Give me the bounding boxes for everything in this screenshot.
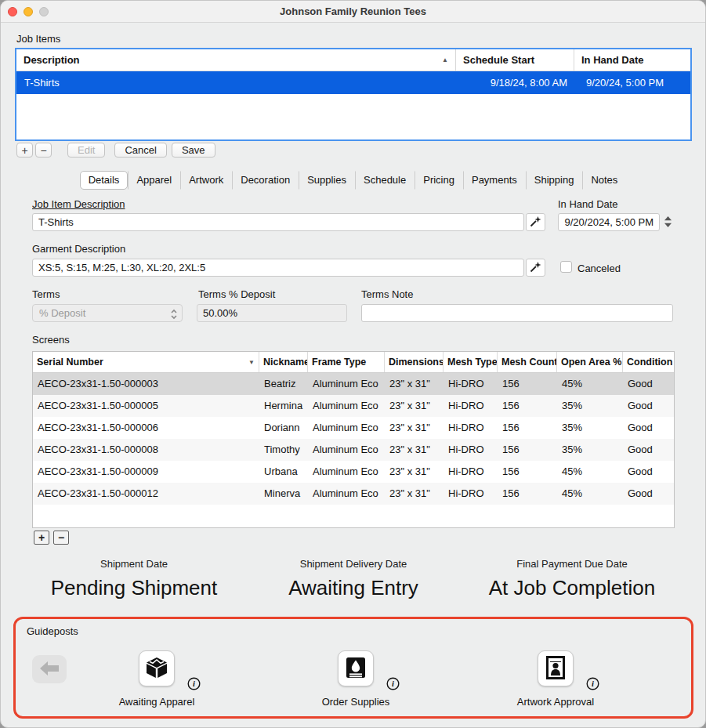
table-row[interactable]: AECO-23x31-1.50-000003 Beatriz Aluminum … [33,373,674,395]
canceled-label: Canceled [577,263,621,274]
table-cell: Aluminum Eco [308,395,385,417]
info-icon[interactable]: i [187,677,201,690]
tab-supplies[interactable]: Supplies [299,171,355,190]
table-cell: 45% [557,483,623,505]
remove-job-item-button[interactable]: − [35,143,52,158]
back-button[interactable] [32,655,67,683]
in-hand-date-label: In Hand Date [558,198,618,210]
app-window: Johnson Family Reunion Tees Job Items De… [0,0,706,728]
table-cell: Hi-DRO [444,461,498,483]
table-row[interactable]: AECO-23x31-1.50-000005 Hermina Aluminum … [33,395,674,417]
shipment-date-label: Shipment Date [32,558,236,570]
column-header-frame-type[interactable]: Frame Type [308,352,385,372]
screens-table: Serial Number ▼ Nickname Frame Type Dime… [32,351,675,528]
magic-wand-button[interactable] [526,259,545,277]
final-payment-due-date-label: Final Payment Due Date [470,558,674,570]
column-header-dimensions[interactable]: Dimensions [385,352,444,372]
table-row[interactable]: AECO-23x31-1.50-000006 Doriann Aluminum … [33,417,674,439]
table-cell: Hermina [259,395,308,417]
minimize-window-button[interactable] [24,7,33,16]
table-cell: Hi-DRO [444,439,498,461]
guidepost-order-supplies: i Order Supplies [293,650,418,708]
column-header-description[interactable]: Description ▲ [16,49,455,71]
guidepost-artwork-approval: i Artwork Approval [493,650,618,708]
cell-in-hand-date: 9/20/24, 5:00 PM [574,71,690,94]
tab-details[interactable]: Details [80,171,129,190]
order-supplies-button[interactable]: i [338,650,374,686]
info-icon[interactable]: i [586,677,599,690]
window-title: Johnson Family Reunion Tees [280,5,426,17]
remove-screen-button[interactable]: − [53,531,69,545]
stepper-arrows-icon [664,216,672,230]
save-button[interactable]: Save [172,143,215,158]
tab-pricing[interactable]: Pricing [415,171,463,190]
guideposts-section-label: Guideposts [27,625,78,637]
tab-notes[interactable]: Notes [582,171,626,190]
add-screen-button[interactable]: + [34,531,49,545]
garment-description-field[interactable]: XS:5, S:15, M:25, L:30, XL:20, 2XL:5 [32,259,524,277]
terms-note-field[interactable] [361,304,673,322]
edit-button[interactable]: Edit [67,143,105,158]
final-payment-due-date-value: At Job Completion [470,576,674,600]
tab-decoration[interactable]: Decoration [232,171,299,190]
add-job-item-button[interactable]: + [16,143,33,158]
artwork-approval-button[interactable]: i [538,650,574,686]
table-cell: AECO-23x31-1.50-000008 [33,439,259,461]
column-header-mesh-count[interactable]: Mesh Count [498,352,557,372]
table-cell: 23" x 31" [385,461,444,483]
canceled-checkbox[interactable] [560,261,572,273]
table-cell: 35% [557,395,623,417]
table-row[interactable]: AECO-23x31-1.50-000012 Minerva Aluminum … [33,483,674,505]
table-cell: 156 [498,373,557,395]
column-header-serial-number[interactable]: Serial Number ▼ [33,352,259,372]
tab-payments[interactable]: Payments [463,171,526,190]
table-cell: Aluminum Eco [308,483,385,505]
tab-shipping[interactable]: Shipping [526,171,583,190]
table-cell: Urbana [259,461,308,483]
column-header-open-area[interactable]: Open Area % [557,352,623,372]
zoom-window-button[interactable] [39,7,49,16]
job-items-table: Description ▲ Schedule Start In Hand Dat… [15,48,692,141]
table-cell: 23" x 31" [385,439,444,461]
in-hand-date-field[interactable]: 9/20/2024, 5:00 PM [558,213,660,231]
chevron-up-down-icon [170,308,178,324]
cancel-button[interactable]: Cancel [114,143,166,158]
column-header-nickname[interactable]: Nickname [259,352,308,372]
job-item-description-field[interactable]: T-Shirts [32,213,524,231]
job-item-description-label[interactable]: Job Item Description [32,198,125,210]
back-arrow-icon [39,661,60,679]
screens-toolbar: + − [34,531,69,545]
column-header-schedule-start[interactable]: Schedule Start [455,49,574,71]
framed-artwork-icon [543,655,568,683]
magic-wand-button[interactable] [526,213,545,231]
column-header-in-hand-date[interactable]: In Hand Date [574,49,690,71]
table-row[interactable]: AECO-23x31-1.50-000009 Urbana Aluminum E… [33,461,674,483]
shipment-delivery-date-label: Shipment Delivery Date [252,558,455,570]
tab-bar: Details Apparel Artwork Decoration Suppl… [1,171,705,190]
info-icon[interactable]: i [386,677,400,690]
final-payment-due-date-milestone: Final Payment Due Date At Job Completion [470,558,674,600]
awaiting-apparel-button[interactable]: i [139,650,175,686]
garment-description-label: Garment Description [32,243,125,255]
table-cell: Good [623,373,674,395]
close-window-button[interactable] [8,7,17,16]
guidepost-awaiting-apparel: i Awaiting Apparel [94,650,219,708]
svg-text:i: i [193,679,195,688]
column-header-condition[interactable]: Condition [623,352,674,372]
date-stepper[interactable] [662,215,673,230]
table-cell: 156 [498,417,557,439]
table-row[interactable]: AECO-23x31-1.50-000008 Timothy Aluminum … [33,439,674,461]
tab-apparel[interactable]: Apparel [128,171,180,190]
terms-deposit-field[interactable]: 50.00% [197,304,347,322]
tab-schedule[interactable]: Schedule [355,171,415,190]
table-cell: AECO-23x31-1.50-000005 [33,395,259,417]
table-row[interactable]: T-Shirts 9/18/24, 8:00 AM 9/20/24, 5:00 … [16,71,690,94]
tab-artwork[interactable]: Artwork [180,171,232,190]
cell-schedule-start: 9/18/24, 8:00 AM [455,71,574,94]
terms-select[interactable]: % Deposit [32,304,183,322]
table-cell: Good [623,483,674,505]
screens-table-header: Serial Number ▼ Nickname Frame Type Dime… [33,352,674,373]
screens-table-body: AECO-23x31-1.50-000003 Beatriz Aluminum … [33,373,674,505]
svg-text:i: i [592,679,594,688]
column-header-mesh-type[interactable]: Mesh Type [444,352,498,372]
